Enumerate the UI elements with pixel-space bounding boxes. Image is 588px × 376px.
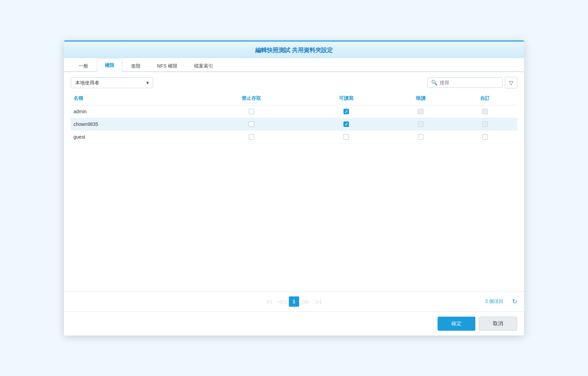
- user-type-dropdown[interactable]: 本地使用者: [71, 77, 153, 88]
- col-readonly: 唯讀: [389, 92, 453, 105]
- readonly-cell-admin: [389, 105, 453, 118]
- search-icon: 🔍: [431, 80, 438, 86]
- total-items-label: 3 個項目: [485, 298, 504, 305]
- col-readwrite: 可讀寫: [304, 92, 389, 105]
- col-deny: 禁止存取: [199, 92, 304, 105]
- deny-cell-guest: [199, 131, 304, 143]
- readwrite-checkbox-chown9835[interactable]: ✓: [343, 121, 349, 127]
- table-row: admin ✓: [71, 105, 517, 118]
- dialog-title: 編輯快照測試 共用資料夾設定: [255, 47, 333, 54]
- last-page-button[interactable]: ▷|: [314, 296, 324, 307]
- filter-icon: ▽: [509, 80, 513, 86]
- custom-checkbox-guest[interactable]: [482, 134, 488, 140]
- readonly-checkbox-admin[interactable]: [418, 109, 423, 114]
- readwrite-checkbox-admin[interactable]: ✓: [343, 109, 349, 114]
- readonly-checkbox-chown9835[interactable]: [418, 121, 423, 127]
- readonly-cell-chown9835: [389, 118, 453, 131]
- readwrite-cell-chown9835: ✓: [304, 118, 389, 131]
- tab-index[interactable]: 檔案索引: [186, 59, 221, 72]
- toolbar: 本地使用者 ▼ 🔍 ▽: [64, 72, 524, 92]
- custom-cell-admin: [453, 105, 517, 118]
- col-custom: 自訂: [453, 92, 517, 105]
- custom-cell-guest: [453, 131, 517, 143]
- dialog-header: 編輯快照測試 共用資料夾設定: [64, 42, 524, 58]
- prev-page-button[interactable]: ◁◁: [276, 296, 287, 307]
- tab-advanced[interactable]: 進階: [123, 59, 148, 72]
- table-row: guest: [71, 131, 517, 143]
- deny-checkbox-chown9835[interactable]: [249, 121, 254, 127]
- cancel-button[interactable]: 取消: [479, 317, 517, 331]
- deny-cell-chown9835: [199, 118, 304, 131]
- table-container: 名稱 禁止存取 可讀寫 唯讀 自訂 admin: [64, 92, 524, 218]
- user-name-admin: admin: [71, 105, 199, 118]
- search-box: 🔍: [427, 78, 503, 88]
- user-type-dropdown-wrapper: 本地使用者 ▼: [71, 77, 153, 88]
- refresh-button[interactable]: ↻: [512, 298, 517, 305]
- table-header-row: 名稱 禁止存取 可讀寫 唯讀 自訂: [71, 92, 517, 105]
- custom-cell-chown9835: [453, 118, 517, 131]
- spacer: [64, 218, 524, 292]
- readonly-checkbox-guest[interactable]: [418, 134, 423, 140]
- table-row: chown9835 ✓: [71, 118, 517, 131]
- filter-button[interactable]: ▽: [505, 77, 517, 89]
- pagination-area: |◁ ◁◁ 1 ▷▷ ▷| 3 個項目 ↻: [64, 291, 524, 312]
- tab-permissions[interactable]: 權限: [97, 59, 122, 72]
- dialog: 編輯快照測試 共用資料夾設定 一般 權限 進階 NFS 權限 檔案索引 本地使用…: [64, 40, 524, 336]
- tab-general[interactable]: 一般: [71, 59, 96, 72]
- deny-checkbox-guest[interactable]: [249, 134, 254, 140]
- user-name-guest: guest: [71, 131, 199, 143]
- search-input[interactable]: [440, 80, 499, 85]
- permissions-table: 名稱 禁止存取 可讀寫 唯讀 自訂 admin: [71, 92, 517, 143]
- first-page-button[interactable]: |◁: [264, 296, 274, 307]
- col-name: 名稱: [71, 92, 199, 105]
- check-mark: ✓: [344, 109, 348, 114]
- footer-actions: 確定 取消: [64, 312, 524, 336]
- tab-nfs[interactable]: NFS 權限: [149, 59, 185, 72]
- tabs-container: 一般 權限 進階 NFS 權限 檔案索引: [64, 58, 524, 72]
- deny-checkbox-admin[interactable]: [249, 109, 254, 114]
- custom-checkbox-chown9835[interactable]: [482, 121, 488, 127]
- readwrite-cell-admin: ✓: [304, 105, 389, 118]
- check-mark: ✓: [344, 122, 348, 127]
- custom-checkbox-admin[interactable]: [482, 109, 488, 114]
- page-1-button[interactable]: 1: [289, 296, 299, 307]
- readwrite-cell-guest: [304, 131, 389, 143]
- confirm-button[interactable]: 確定: [438, 317, 475, 331]
- next-page-button[interactable]: ▷▷: [301, 296, 312, 307]
- readonly-cell-guest: [389, 131, 453, 143]
- deny-cell-admin: [199, 105, 304, 118]
- user-name-chown9835: chown9835: [71, 118, 199, 131]
- readwrite-checkbox-guest[interactable]: [343, 134, 349, 140]
- search-area: 🔍 ▽: [427, 77, 517, 89]
